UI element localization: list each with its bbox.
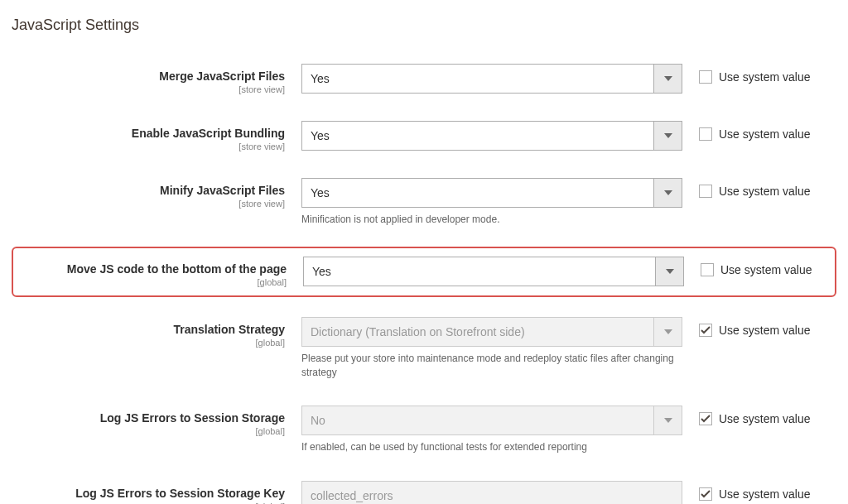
- field-label: Translation Strategy: [173, 323, 285, 336]
- chevron-down-icon: [655, 257, 683, 286]
- translation-select: Dictionary (Translation on Storefront si…: [301, 317, 682, 347]
- control-col: Use this key to retrieve collected js er…: [301, 481, 682, 504]
- field-translation: Translation Strategy [global] Dictionary…: [12, 314, 836, 383]
- section-title: JavaScript Settings: [12, 17, 836, 34]
- use-system-checkbox[interactable]: [701, 263, 714, 276]
- merge-js-select[interactable]: Yes: [301, 64, 682, 94]
- use-system-col: Use system value: [682, 406, 810, 425]
- select-value: Yes: [311, 186, 330, 199]
- use-system-col: Use system value: [682, 481, 810, 501]
- field-scope: [store view]: [17, 199, 285, 209]
- move-bottom-select[interactable]: Yes: [303, 257, 684, 286]
- use-system-label[interactable]: Use system value: [719, 127, 810, 141]
- control-col: Dictionary (Translation on Storefront si…: [301, 317, 682, 380]
- control-col: Yes: [301, 64, 682, 94]
- field-scope: [global]: [17, 426, 285, 436]
- use-system-col: Use system value: [682, 317, 810, 337]
- field-label: Enable JavaScript Bundling: [132, 127, 285, 140]
- field-move-bottom: Move JS code to the bottom of the page […: [12, 247, 836, 297]
- field-label: Log JS Errors to Session Storage Key: [75, 487, 285, 500]
- chevron-down-icon: [653, 318, 682, 346]
- use-system-checkbox[interactable]: [699, 412, 712, 425]
- use-system-col: Use system value: [682, 178, 810, 198]
- field-log-errors-key: Log JS Errors to Session Storage Key [gl…: [12, 478, 836, 504]
- chevron-down-icon: [653, 122, 682, 150]
- minify-select[interactable]: Yes: [301, 178, 682, 208]
- field-log-errors: Log JS Errors to Session Storage [global…: [12, 402, 836, 458]
- label-col: Enable JavaScript Bundling [store view]: [17, 121, 301, 151]
- label-col: Minify JavaScript Files [store view]: [17, 178, 301, 209]
- field-note: Please put your store into maintenance m…: [301, 352, 682, 380]
- control-col: No If enabled, can be used by functional…: [301, 406, 682, 454]
- field-scope: [global]: [17, 338, 285, 348]
- field-merge-js: Merge JavaScript Files [store view] Yes …: [12, 60, 836, 98]
- use-system-checkbox[interactable]: [699, 127, 712, 141]
- field-label: Merge JavaScript Files: [159, 70, 285, 83]
- label-col: Log JS Errors to Session Storage [global…: [17, 406, 301, 436]
- control-col: Yes Minification is not applied in devel…: [301, 178, 682, 227]
- field-label: Minify JavaScript Files: [160, 184, 285, 197]
- field-bundling: Enable JavaScript Bundling [store view] …: [12, 118, 836, 155]
- select-value: Yes: [311, 129, 330, 142]
- control-col: Yes: [303, 257, 684, 286]
- use-system-label[interactable]: Use system value: [719, 324, 810, 337]
- use-system-checkbox[interactable]: [699, 185, 712, 198]
- control-col: Yes: [301, 121, 682, 151]
- field-scope: [store view]: [17, 142, 285, 151]
- select-value: Yes: [312, 265, 331, 278]
- field-label: Move JS code to the bottom of the page: [67, 262, 287, 276]
- label-col: Translation Strategy [global]: [17, 317, 301, 348]
- label-col: Merge JavaScript Files [store view]: [17, 64, 301, 94]
- bundling-select[interactable]: Yes: [301, 121, 682, 151]
- chevron-down-icon: [653, 179, 682, 207]
- field-scope: [global]: [18, 277, 287, 287]
- use-system-col: Use system value: [682, 121, 810, 141]
- field-label: Log JS Errors to Session Storage: [100, 411, 285, 425]
- select-value: Yes: [311, 72, 330, 85]
- label-col: Log JS Errors to Session Storage Key [gl…: [17, 481, 301, 504]
- field-minify: Minify JavaScript Files [store view] Yes…: [12, 175, 836, 230]
- use-system-col: Use system value: [684, 257, 812, 276]
- log-errors-select: No: [301, 406, 682, 435]
- use-system-label[interactable]: Use system value: [719, 70, 810, 84]
- use-system-label[interactable]: Use system value: [719, 487, 810, 501]
- use-system-checkbox[interactable]: [699, 70, 712, 84]
- use-system-label[interactable]: Use system value: [720, 263, 812, 276]
- select-value: No: [311, 414, 325, 427]
- use-system-col: Use system value: [682, 64, 810, 84]
- field-note: Minification is not applied in developer…: [301, 213, 682, 227]
- log-errors-key-input: [301, 481, 682, 504]
- field-scope: [store view]: [17, 84, 285, 94]
- field-note: If enabled, can be used by functional te…: [301, 440, 682, 454]
- select-value: Dictionary (Translation on Storefront si…: [311, 325, 525, 338]
- use-system-label[interactable]: Use system value: [719, 412, 810, 425]
- use-system-label[interactable]: Use system value: [719, 185, 810, 198]
- chevron-down-icon: [653, 65, 682, 93]
- label-col: Move JS code to the bottom of the page […: [18, 257, 303, 287]
- use-system-checkbox[interactable]: [699, 487, 712, 501]
- chevron-down-icon: [653, 406, 682, 434]
- use-system-checkbox[interactable]: [699, 324, 712, 337]
